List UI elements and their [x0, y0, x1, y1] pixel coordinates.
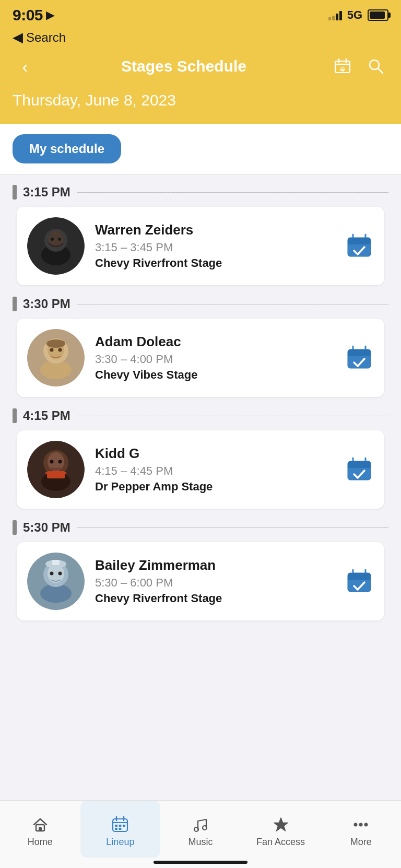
artist-avatar-bailey [27, 553, 85, 610]
svg-point-13 [51, 238, 54, 241]
time-line [77, 416, 388, 416]
time-label: 5:30 PM [23, 520, 70, 535]
time-section-315pm: 3:15 PM Warren Zeiders 3:15 – 3:45 PM Ch… [0, 174, 401, 285]
calendar-check-icon [346, 232, 373, 260]
time-label: 4:15 PM [23, 408, 70, 423]
svg-rect-69 [123, 825, 125, 827]
artist-time: 4:15 – 4:45 PM [95, 464, 334, 478]
artist-name: Adam Doleac [95, 334, 334, 350]
svg-rect-60 [348, 573, 371, 580]
artist-time: 3:30 – 4:00 PM [95, 353, 334, 366]
network-label: 5G [347, 8, 362, 22]
my-schedule-button[interactable]: My schedule [13, 134, 121, 163]
svg-rect-68 [119, 825, 122, 827]
home-icon [31, 816, 49, 834]
back-search-link[interactable]: ◀ Search [13, 29, 388, 45]
back-chevron-icon: ◀ [13, 29, 23, 45]
tab-more[interactable]: More [321, 801, 401, 858]
status-left: 9:05 ▶ [13, 6, 55, 24]
back-button[interactable]: ‹ [13, 54, 38, 79]
add-to-schedule-adam[interactable] [345, 343, 374, 372]
svg-point-76 [364, 823, 368, 827]
time-indicator [13, 408, 17, 423]
svg-rect-71 [119, 828, 122, 830]
time-section-415pm: 4:15 PM Kidd G 4:15 – 4:45 PM [0, 397, 401, 509]
date-display: Thursday, June 8, 2023 [13, 91, 176, 109]
calendar-bell-icon [334, 57, 351, 75]
tab-lineup[interactable]: Lineup [80, 801, 161, 858]
svg-point-27 [46, 339, 65, 348]
artist-stage: Chevy Riverfront Stage [95, 592, 334, 605]
svg-point-39 [58, 460, 62, 464]
artist-avatar-warren [27, 217, 85, 275]
search-button[interactable] [363, 54, 388, 79]
artist-card-adam[interactable]: Adam Doleac 3:30 – 4:00 PM Chevy Vibes S… [17, 319, 384, 397]
svg-point-51 [50, 572, 54, 576]
add-to-schedule-kidd[interactable] [345, 455, 374, 484]
time-indicator [13, 297, 17, 311]
svg-point-25 [50, 348, 54, 352]
search-icon [367, 57, 385, 75]
location-icon: ▶ [46, 8, 55, 22]
artist-name: Warren Zeiders [95, 222, 334, 238]
tab-home-label: Home [28, 837, 53, 848]
music-icon [192, 816, 209, 834]
back-search-label: Search [26, 30, 66, 45]
time-indicator [13, 185, 17, 200]
page-header: ‹ Stages Schedule [0, 50, 401, 87]
tab-fanaccess-label: Fan Access [256, 837, 305, 848]
artist-info-kidd: Kidd G 4:15 – 4:45 PM Dr Pepper Amp Stag… [95, 445, 334, 494]
status-bar: 9:05 ▶ 5G [0, 0, 401, 28]
artist-time: 3:15 – 3:45 PM [95, 241, 334, 254]
fanaccess-star-icon [272, 816, 290, 834]
calendar-notification-button[interactable] [330, 54, 355, 79]
tab-lineup-label: Lineup [106, 837, 134, 848]
artist-time: 5:30 – 6:00 PM [95, 576, 334, 590]
artist-info-warren: Warren Zeiders 3:15 – 3:45 PM Chevy Rive… [95, 222, 334, 270]
time-label-row: 5:30 PM [13, 520, 388, 535]
battery-icon [368, 9, 388, 21]
header-back-chevron-icon: ‹ [22, 56, 28, 77]
lineup-calendar-icon [111, 816, 129, 834]
artist-stage: Dr Pepper Amp Stage [95, 480, 334, 494]
back-nav: ◀ Search [0, 28, 401, 50]
artist-stage: Chevy Riverfront Stage [95, 256, 334, 270]
time-label-row: 4:15 PM [13, 408, 388, 423]
header-icons [330, 54, 388, 79]
battery-fill [370, 11, 385, 19]
home-indicator [154, 861, 247, 864]
svg-point-74 [354, 823, 358, 827]
add-to-schedule-bailey[interactable] [345, 567, 374, 596]
date-bar: Thursday, June 8, 2023 [0, 87, 401, 124]
artist-name: Kidd G [95, 445, 334, 462]
artist-card-kidd[interactable]: Kidd G 4:15 – 4:45 PM Dr Pepper Amp Stag… [17, 430, 384, 509]
artist-info-bailey: Bailey Zimmerman 5:30 – 6:00 PM Chevy Ri… [95, 557, 334, 605]
svg-point-14 [58, 238, 61, 241]
svg-line-8 [378, 68, 383, 73]
artist-card-warren[interactable]: Warren Zeiders 3:15 – 3:45 PM Chevy Rive… [17, 207, 384, 285]
calendar-check-icon [346, 344, 373, 371]
svg-rect-70 [115, 828, 117, 830]
calendar-check-icon [346, 568, 373, 595]
svg-rect-33 [348, 349, 371, 356]
time-line [77, 192, 388, 193]
tab-home[interactable]: Home [0, 801, 80, 858]
artist-avatar-kidd [27, 441, 85, 498]
time-label: 3:30 PM [23, 297, 70, 311]
status-right: 5G [328, 8, 388, 22]
add-to-schedule-warren[interactable] [345, 231, 374, 261]
page-title: Stages Schedule [38, 57, 330, 75]
svg-rect-20 [348, 238, 371, 244]
svg-rect-67 [115, 825, 117, 827]
tab-music[interactable]: Music [160, 801, 241, 858]
time-label-row: 3:30 PM [13, 297, 388, 311]
tab-music-label: Music [188, 837, 213, 848]
svg-rect-54 [52, 560, 60, 565]
artist-card-bailey[interactable]: Bailey Zimmerman 5:30 – 6:00 PM Chevy Ri… [17, 542, 384, 620]
svg-point-38 [50, 460, 54, 464]
tab-more-label: More [350, 837, 372, 848]
artist-stage: Chevy Vibes Stage [95, 368, 334, 382]
artist-avatar-adam [27, 329, 85, 386]
tab-fanaccess[interactable]: Fan Access [241, 801, 321, 858]
time-indicator [13, 520, 17, 535]
